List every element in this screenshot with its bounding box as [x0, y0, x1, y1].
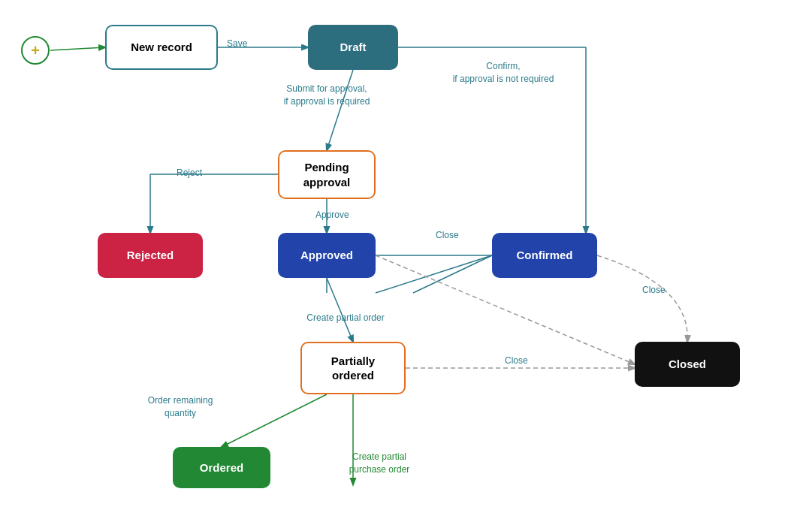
- svg-line-11: [327, 278, 353, 342]
- plus-icon: +: [31, 42, 40, 59]
- svg-line-10: [376, 255, 492, 293]
- label-create-purchase: Create partialpurchase order: [327, 451, 432, 476]
- node-ordered: Ordered: [173, 447, 270, 488]
- label-close3: Close: [505, 355, 528, 367]
- new-record-label: New record: [131, 40, 192, 55]
- label-submit: Submit for approval,if approval is requi…: [278, 83, 376, 108]
- confirmed-label: Confirmed: [517, 248, 573, 263]
- node-pending-approval: Pendingapproval: [278, 150, 376, 199]
- svg-line-15: [222, 394, 327, 447]
- diagram-container: + New record Draft Pendingapproval Rejec…: [0, 0, 812, 510]
- draft-label: Draft: [340, 40, 366, 55]
- rejected-label: Rejected: [127, 248, 174, 263]
- partially-label: Partiallyordered: [331, 354, 375, 383]
- label-close1: Close: [436, 229, 459, 242]
- pending-label: Pendingapproval: [303, 160, 351, 189]
- start-circle: +: [21, 36, 50, 65]
- node-closed: Closed: [635, 342, 740, 387]
- label-reject: Reject: [177, 167, 202, 180]
- label-create-partial: Create partial order: [293, 312, 398, 324]
- node-new-record: New record: [105, 25, 218, 70]
- node-draft: Draft: [308, 25, 398, 70]
- ordered-label: Ordered: [200, 460, 243, 475]
- node-approved: Approved: [278, 233, 376, 278]
- label-confirm: Confirm,if approval is not required: [443, 60, 563, 86]
- label-approve: Approve: [315, 209, 349, 222]
- svg-line-0: [50, 47, 105, 50]
- svg-line-12: [413, 255, 492, 293]
- closed-label: Closed: [669, 357, 706, 372]
- node-partially-ordered: Partiallyordered: [300, 342, 406, 394]
- label-order-remaining: Order remainingquantity: [131, 394, 229, 420]
- label-save: Save: [227, 38, 247, 50]
- approved-label: Approved: [300, 248, 353, 263]
- label-close2: Close: [642, 284, 666, 297]
- node-confirmed: Confirmed: [492, 233, 597, 278]
- node-rejected: Rejected: [98, 233, 203, 278]
